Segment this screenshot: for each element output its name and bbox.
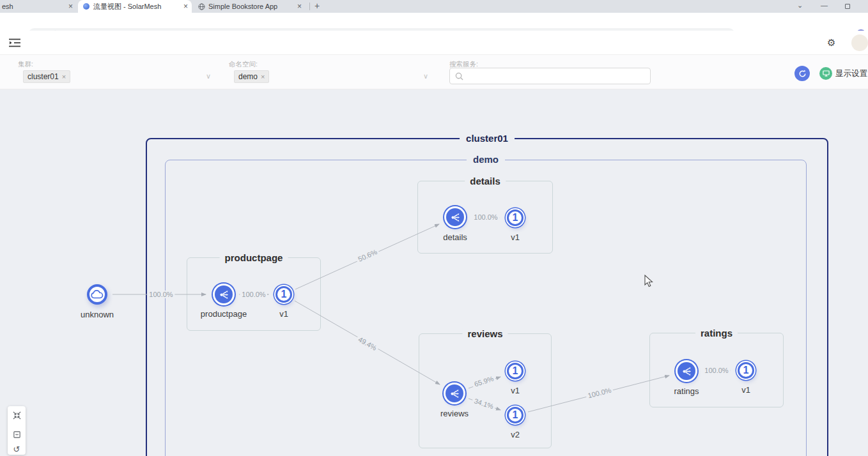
tab-title: 流量视图 - SolarMesh: [93, 2, 180, 11]
cluster-title: cluster01: [460, 133, 515, 144]
fit-center-icon[interactable]: [13, 411, 21, 420]
remove-tag-icon[interactable]: ×: [62, 73, 66, 80]
tab-search-chevron-icon[interactable]: ⌄: [797, 1, 803, 10]
tab-strip: esh × 流量视图 - SolarMesh × Simple Bookstor…: [0, 0, 868, 13]
tab-traffic-view-active[interactable]: 流量视图 - SolarMesh ×: [78, 0, 192, 13]
refresh-button[interactable]: [794, 66, 810, 81]
close-icon[interactable]: ×: [65, 2, 77, 11]
settings-gear-icon[interactable]: ⚙: [827, 37, 835, 49]
node-label-reviews: reviews: [440, 409, 469, 418]
search-icon: [455, 72, 463, 80]
node-reviews-v1[interactable]: 1: [507, 363, 523, 379]
user-avatar[interactable]: [851, 34, 868, 51]
remove-tag-icon[interactable]: ×: [261, 73, 265, 80]
namespace-tag-value: demo: [238, 72, 258, 81]
new-tab-button[interactable]: +: [314, 1, 320, 11]
service-mesh-icon: [450, 212, 461, 223]
namespace-filter-label: 命名空间:: [229, 60, 258, 69]
service-mesh-icon: [449, 388, 460, 399]
node-ratings-service[interactable]: [678, 362, 695, 380]
node-label-v1: v1: [511, 232, 520, 242]
node-ratings-v1[interactable]: 1: [738, 362, 754, 379]
group-title: productpage: [220, 252, 288, 263]
cluster-tag-value: cluster01: [27, 72, 59, 81]
fit-view-icon[interactable]: [13, 430, 21, 439]
node-label-v1: v1: [279, 309, 288, 319]
edge-traffic-label: 100.0%: [702, 367, 730, 374]
group-title: reviews: [462, 328, 508, 339]
group-title: ratings: [695, 328, 738, 338]
chevron-down-icon[interactable]: ∨: [423, 72, 428, 80]
monitor-icon: [819, 67, 832, 80]
tab-title: Simple Bookstore App: [208, 3, 293, 10]
group-reviews: reviews: [419, 333, 552, 448]
solarmesh-favicon: [83, 3, 89, 10]
node-label-productpage: productpage: [201, 309, 247, 319]
node-details-service[interactable]: [446, 208, 464, 226]
node-reviews-v2[interactable]: 1: [507, 407, 523, 423]
replica-count: 1: [743, 365, 749, 376]
cluster-tag[interactable]: cluster01 ×: [23, 70, 70, 83]
node-label-unknown: unknown: [81, 310, 114, 319]
replica-count: 1: [513, 212, 518, 224]
service-mesh-icon: [681, 366, 692, 377]
edge-traffic-label: 100.0%: [472, 213, 499, 221]
edge-traffic-label: 100.0%: [240, 291, 267, 298]
close-icon[interactable]: ×: [293, 2, 306, 11]
replica-count: 1: [281, 289, 287, 300]
cloud-icon: [91, 290, 104, 299]
tab-separator: [309, 3, 310, 10]
graph-view-toolbar: ↺: [8, 406, 26, 455]
app-header: ⚙: [0, 31, 868, 55]
group-title: details: [465, 176, 506, 186]
edge-traffic-label: 100.0%: [147, 291, 174, 298]
tab-title: esh: [0, 3, 65, 10]
display-settings-button[interactable]: 显示设置: [819, 67, 867, 80]
tab-solarmesh-truncated[interactable]: esh ×: [0, 0, 77, 13]
node-label-v2: v2: [511, 430, 520, 439]
globe-icon: [198, 3, 205, 10]
search-input[interactable]: [449, 68, 651, 84]
node-label-details: details: [443, 232, 467, 242]
namespace-tag[interactable]: demo ×: [234, 70, 269, 83]
cluster-filter-label: 集群:: [18, 60, 33, 69]
node-unknown[interactable]: [87, 284, 107, 305]
menu-unfold-icon[interactable]: [9, 38, 20, 47]
node-label-ratings: ratings: [674, 386, 699, 396]
node-details-v1[interactable]: 1: [507, 209, 523, 226]
node-label-v1: v1: [741, 385, 750, 395]
node-label-v1: v1: [511, 386, 520, 395]
minimize-button[interactable]: —: [821, 1, 828, 9]
browser-window: esh × 流量视图 - SolarMesh × Simple Bookstor…: [0, 0, 868, 456]
namespace-title: demo: [467, 154, 505, 165]
tab-bookstore[interactable]: Simple Bookstore App ×: [193, 0, 306, 13]
close-icon[interactable]: ×: [180, 2, 192, 11]
node-productpage-v1[interactable]: 1: [275, 286, 292, 303]
node-productpage-service[interactable]: [215, 285, 233, 303]
node-reviews-service[interactable]: [446, 384, 463, 402]
service-mesh-icon: [219, 289, 229, 300]
chevron-down-icon[interactable]: ∨: [206, 72, 211, 80]
replica-count: 1: [513, 365, 518, 377]
replica-count: 1: [513, 409, 518, 421]
filter-bar: 集群: cluster01 × ∨ 命名空间: demo × ∨ 搜索服务: 显…: [0, 55, 868, 89]
display-settings-label: 显示设置: [835, 68, 867, 79]
address-bar: ↻ ⌂ ▲ 不安全 | demo.solarmesh.cn/solar/cons…: [0, 13, 868, 31]
maximize-button[interactable]: [845, 3, 850, 10]
